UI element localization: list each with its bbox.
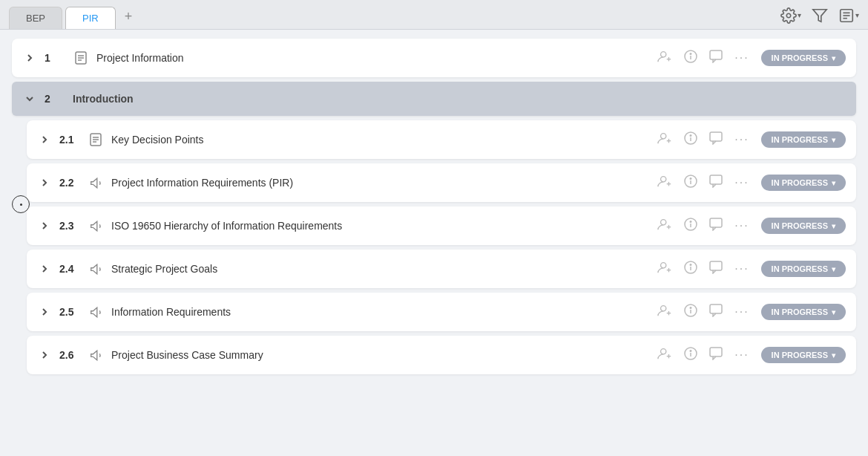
status-badge-2-1[interactable]: IN PROGRESS ▾ — [761, 131, 846, 148]
row-strategic-goals: 2.4 Strategic Project Goals — [27, 250, 856, 288]
row-2-4-title: Strategic Project Goals — [111, 263, 217, 275]
more-button-1[interactable]: ··· — [734, 51, 749, 65]
add-user-icon-2-2[interactable] — [657, 175, 672, 192]
megaphone-icon-2-2 — [88, 177, 104, 189]
row-key-decision-points: 2.1 Key Decision Points — [27, 120, 856, 159]
row-2-title: Introduction — [73, 93, 134, 105]
more-button-2-6[interactable]: ··· — [734, 348, 749, 362]
row-iso-hierarchy: 2.3 ISO 19650 Hierarchy of Information R… — [27, 206, 856, 245]
row-business-case: 2.6 Project Business Case Summary — [27, 336, 856, 374]
status-badge-2-2[interactable]: IN PROGRESS ▾ — [761, 175, 846, 191]
row-pir: 2.2 Project Information Requirements (PI… — [27, 163, 856, 202]
add-user-icon-2-3[interactable] — [657, 218, 672, 235]
row-2-2-number: 2.2 — [59, 177, 80, 189]
svg-point-15 — [690, 53, 691, 54]
row-2-number: 2 — [45, 93, 65, 105]
megaphone-icon-2-4 — [88, 263, 104, 276]
filter-button[interactable] — [812, 7, 828, 24]
info-icon-2-5[interactable] — [684, 304, 697, 321]
svg-point-42 — [661, 262, 666, 267]
row-project-information: 1 Project Information — [12, 39, 856, 77]
more-button-2-5[interactable]: ··· — [734, 305, 749, 319]
status-badge-1[interactable]: IN PROGRESS ▾ — [761, 50, 846, 66]
megaphone-icon-2-5 — [88, 306, 104, 319]
expand-row-2-1[interactable] — [37, 135, 52, 144]
add-user-icon-2-1[interactable] — [657, 131, 672, 149]
row-2-5-number: 2.5 — [59, 306, 80, 318]
status-badge-2-6[interactable]: IN PROGRESS ▾ — [761, 347, 846, 363]
svg-point-40 — [690, 221, 691, 222]
svg-point-10 — [661, 51, 666, 56]
comment-icon-2-6[interactable] — [709, 347, 723, 364]
svg-point-21 — [661, 133, 666, 138]
svg-marker-1 — [813, 9, 826, 22]
comment-icon-2-4[interactable] — [709, 261, 723, 278]
more-button-2-4[interactable]: ··· — [734, 262, 749, 276]
status-badge-2-3[interactable]: IN PROGRESS ▾ — [761, 218, 846, 234]
tab-bar: BEP PIR + ▾ — [0, 0, 868, 30]
info-icon-2-4[interactable] — [684, 261, 697, 278]
expand-row-1[interactable] — [22, 53, 37, 62]
row-2-1-title: Key Decision Points — [111, 134, 204, 146]
gear-icon — [780, 7, 797, 24]
expand-row-2-3[interactable] — [37, 221, 52, 230]
svg-point-33 — [690, 177, 691, 179]
settings-button[interactable]: ▾ — [780, 7, 801, 24]
info-icon-2-2[interactable] — [684, 175, 697, 192]
filter-icon — [812, 7, 828, 24]
row-1-number: 1 — [45, 52, 65, 64]
add-user-icon-2-6[interactable] — [657, 347, 672, 364]
svg-point-49 — [661, 305, 666, 310]
row-1-title: Project Information — [96, 52, 184, 64]
document-icon — [73, 51, 89, 65]
tab-pir[interactable]: PIR — [65, 7, 116, 29]
status-badge-2-5[interactable]: IN PROGRESS ▾ — [761, 304, 846, 320]
comment-icon-2-3[interactable] — [709, 218, 723, 235]
row-2-6-number: 2.6 — [59, 349, 80, 361]
more-button-2-3[interactable]: ··· — [734, 219, 749, 232]
info-icon-2-3[interactable] — [684, 218, 697, 235]
row-2-3-number: 2.3 — [59, 220, 80, 232]
info-icon-2-6[interactable] — [684, 347, 697, 364]
megaphone-icon-2-3 — [88, 220, 104, 232]
row-introduction: 2 Introduction — [12, 82, 856, 116]
row-information-requirements: 2.5 Information Requirements — [27, 293, 856, 331]
svg-rect-34 — [710, 175, 722, 184]
svg-point-28 — [661, 176, 666, 181]
expand-row-2-2[interactable] — [37, 178, 52, 187]
svg-point-26 — [690, 134, 691, 136]
more-button-2-2[interactable]: ··· — [734, 176, 749, 189]
info-icon-1[interactable] — [684, 50, 697, 67]
expand-row-2-5[interactable] — [37, 307, 52, 316]
add-user-icon-1[interactable] — [657, 50, 672, 67]
row-2-2-title: Project Information Requirements (PIR) — [111, 177, 293, 189]
tab-bep[interactable]: BEP — [9, 7, 62, 29]
svg-point-54 — [690, 307, 691, 308]
svg-point-35 — [661, 219, 666, 224]
row-2-6-title: Project Business Case Summary — [111, 349, 263, 361]
expand-row-2-4[interactable] — [37, 264, 52, 273]
megaphone-icon-2-6 — [88, 349, 104, 362]
row-2-3-title: ISO 19650 Hierarchy of Information Requi… — [111, 220, 342, 232]
comment-icon-2-5[interactable] — [709, 304, 723, 321]
expand-row-2-6[interactable] — [37, 351, 52, 359]
svg-rect-55 — [710, 304, 722, 313]
expand-row-2[interactable] — [22, 94, 37, 103]
content-area: 1 Project Information — [0, 30, 868, 383]
more-button-2-1[interactable]: ··· — [734, 133, 749, 146]
svg-point-56 — [661, 348, 666, 354]
tab-add-button[interactable]: + — [119, 6, 139, 27]
svg-rect-16 — [710, 51, 722, 59]
svg-rect-41 — [710, 218, 722, 227]
svg-rect-62 — [710, 348, 722, 356]
svg-point-47 — [690, 264, 691, 265]
comment-icon-2-1[interactable] — [709, 131, 723, 149]
add-user-icon-2-5[interactable] — [657, 304, 672, 321]
comment-icon-1[interactable] — [709, 50, 723, 67]
comment-icon-2-2[interactable] — [709, 175, 723, 192]
status-badge-2-4[interactable]: IN PROGRESS ▾ — [761, 261, 846, 277]
info-icon-2-1[interactable] — [684, 131, 697, 149]
document-button[interactable]: ▾ — [838, 7, 859, 24]
add-user-icon-2-4[interactable] — [657, 261, 672, 278]
svg-rect-27 — [710, 132, 722, 141]
